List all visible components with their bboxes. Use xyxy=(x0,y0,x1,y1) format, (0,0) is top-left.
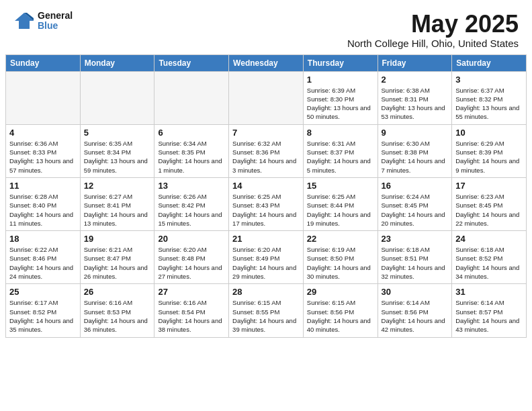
calendar-cell: 25Sunrise: 6:17 AMSunset: 8:52 PMDayligh… xyxy=(6,284,81,337)
calendar-cell: 2Sunrise: 6:38 AMSunset: 8:31 PMDaylight… xyxy=(378,71,452,124)
calendar-week-2: 4Sunrise: 6:36 AMSunset: 8:33 PMDaylight… xyxy=(6,124,527,177)
column-header-thursday: Thursday xyxy=(303,54,378,71)
day-info: Sunrise: 6:30 AMSunset: 8:38 PMDaylight:… xyxy=(382,139,449,175)
calendar-week-5: 25Sunrise: 6:17 AMSunset: 8:52 PMDayligh… xyxy=(6,284,527,337)
day-info: Sunrise: 6:18 AMSunset: 8:51 PMDaylight:… xyxy=(382,245,449,281)
day-number: 28 xyxy=(232,287,300,297)
calendar-cell: 5Sunrise: 6:35 AMSunset: 8:34 PMDaylight… xyxy=(80,124,154,177)
day-number: 27 xyxy=(158,287,225,297)
calendar-cell xyxy=(6,71,81,124)
day-info: Sunrise: 6:22 AMSunset: 8:46 PMDaylight:… xyxy=(9,245,77,281)
calendar-cell: 26Sunrise: 6:16 AMSunset: 8:53 PMDayligh… xyxy=(80,284,154,337)
day-info: Sunrise: 6:27 AMSunset: 8:41 PMDaylight:… xyxy=(84,192,151,228)
day-info: Sunrise: 6:31 AMSunset: 8:37 PMDaylight:… xyxy=(307,139,374,175)
calendar-cell: 23Sunrise: 6:18 AMSunset: 8:51 PMDayligh… xyxy=(378,231,452,284)
day-info: Sunrise: 6:35 AMSunset: 8:34 PMDaylight:… xyxy=(84,139,151,175)
column-header-wednesday: Wednesday xyxy=(229,54,304,71)
day-number: 20 xyxy=(158,234,225,244)
column-header-friday: Friday xyxy=(378,54,452,71)
page-header: General Blue May 2025 North College Hill… xyxy=(0,0,532,54)
calendar-cell: 1Sunrise: 6:39 AMSunset: 8:30 PMDaylight… xyxy=(303,71,378,124)
logo-icon xyxy=(13,11,35,30)
day-info: Sunrise: 6:16 AMSunset: 8:53 PMDaylight:… xyxy=(84,298,151,334)
calendar-cell xyxy=(229,71,304,124)
calendar-cell: 6Sunrise: 6:34 AMSunset: 8:35 PMDaylight… xyxy=(154,124,229,177)
day-info: Sunrise: 6:19 AMSunset: 8:50 PMDaylight:… xyxy=(307,245,374,281)
calendar-cell: 8Sunrise: 6:31 AMSunset: 8:37 PMDaylight… xyxy=(303,124,378,177)
calendar-cell xyxy=(154,71,229,124)
day-number: 26 xyxy=(84,287,151,297)
day-info: Sunrise: 6:24 AMSunset: 8:45 PMDaylight:… xyxy=(382,192,449,228)
calendar-cell: 18Sunrise: 6:22 AMSunset: 8:46 PMDayligh… xyxy=(6,231,81,284)
day-info: Sunrise: 6:34 AMSunset: 8:35 PMDaylight:… xyxy=(158,139,225,175)
column-header-saturday: Saturday xyxy=(452,54,527,71)
calendar-cell: 20Sunrise: 6:20 AMSunset: 8:48 PMDayligh… xyxy=(154,231,229,284)
calendar-cell: 15Sunrise: 6:25 AMSunset: 8:44 PMDayligh… xyxy=(303,177,378,230)
calendar-cell: 28Sunrise: 6:15 AMSunset: 8:55 PMDayligh… xyxy=(229,284,304,337)
day-number: 14 xyxy=(232,181,300,191)
calendar-cell: 11Sunrise: 6:28 AMSunset: 8:40 PMDayligh… xyxy=(6,177,81,230)
day-number: 6 xyxy=(158,128,225,138)
calendar-week-1: 1Sunrise: 6:39 AMSunset: 8:30 PMDaylight… xyxy=(6,71,527,124)
calendar-week-3: 11Sunrise: 6:28 AMSunset: 8:40 PMDayligh… xyxy=(6,177,527,230)
calendar-cell: 19Sunrise: 6:21 AMSunset: 8:47 PMDayligh… xyxy=(80,231,154,284)
calendar-cell: 29Sunrise: 6:15 AMSunset: 8:56 PMDayligh… xyxy=(303,284,378,337)
day-number: 12 xyxy=(84,181,151,191)
day-number: 22 xyxy=(307,234,374,244)
day-info: Sunrise: 6:28 AMSunset: 8:40 PMDaylight:… xyxy=(9,192,77,228)
page-title: May 2025 xyxy=(347,11,519,38)
day-number: 17 xyxy=(455,181,523,191)
day-info: Sunrise: 6:25 AMSunset: 8:43 PMDaylight:… xyxy=(232,192,300,228)
calendar-cell: 21Sunrise: 6:20 AMSunset: 8:49 PMDayligh… xyxy=(229,231,304,284)
day-info: Sunrise: 6:16 AMSunset: 8:54 PMDaylight:… xyxy=(158,298,225,334)
day-number: 15 xyxy=(307,181,374,191)
day-number: 25 xyxy=(9,287,77,297)
day-info: Sunrise: 6:36 AMSunset: 8:33 PMDaylight:… xyxy=(9,139,77,175)
day-info: Sunrise: 6:18 AMSunset: 8:52 PMDaylight:… xyxy=(455,245,523,281)
calendar-cell xyxy=(80,71,154,124)
day-info: Sunrise: 6:39 AMSunset: 8:30 PMDaylight:… xyxy=(307,86,374,122)
day-number: 13 xyxy=(158,181,225,191)
day-info: Sunrise: 6:25 AMSunset: 8:44 PMDaylight:… xyxy=(307,192,374,228)
calendar-table: SundayMondayTuesdayWednesdayThursdayFrid… xyxy=(5,54,527,338)
day-number: 18 xyxy=(9,234,77,244)
calendar-cell: 17Sunrise: 6:23 AMSunset: 8:45 PMDayligh… xyxy=(452,177,527,230)
day-number: 31 xyxy=(455,287,523,297)
calendar-cell: 30Sunrise: 6:14 AMSunset: 8:56 PMDayligh… xyxy=(378,284,452,337)
day-number: 2 xyxy=(382,75,449,85)
logo-line2: Blue xyxy=(38,21,73,31)
day-number: 4 xyxy=(9,128,77,138)
title-block: May 2025 North College Hill, Ohio, Unite… xyxy=(347,11,519,49)
day-info: Sunrise: 6:32 AMSunset: 8:36 PMDaylight:… xyxy=(232,139,300,175)
calendar-cell: 22Sunrise: 6:19 AMSunset: 8:50 PMDayligh… xyxy=(303,231,378,284)
day-info: Sunrise: 6:15 AMSunset: 8:56 PMDaylight:… xyxy=(307,298,374,334)
day-number: 5 xyxy=(84,128,151,138)
calendar-cell: 10Sunrise: 6:29 AMSunset: 8:39 PMDayligh… xyxy=(452,124,527,177)
day-number: 11 xyxy=(9,181,77,191)
day-info: Sunrise: 6:14 AMSunset: 8:56 PMDaylight:… xyxy=(382,298,449,334)
page-subtitle: North College Hill, Ohio, United States xyxy=(347,38,519,49)
column-header-tuesday: Tuesday xyxy=(154,54,229,71)
day-number: 1 xyxy=(307,75,374,85)
day-info: Sunrise: 6:38 AMSunset: 8:31 PMDaylight:… xyxy=(382,86,449,122)
column-header-monday: Monday xyxy=(80,54,154,71)
calendar-cell: 4Sunrise: 6:36 AMSunset: 8:33 PMDaylight… xyxy=(6,124,81,177)
calendar-cell: 14Sunrise: 6:25 AMSunset: 8:43 PMDayligh… xyxy=(229,177,304,230)
day-number: 9 xyxy=(382,128,449,138)
logo: General Blue xyxy=(13,11,73,32)
day-info: Sunrise: 6:23 AMSunset: 8:45 PMDaylight:… xyxy=(455,192,523,228)
day-number: 24 xyxy=(455,234,523,244)
calendar-cell: 27Sunrise: 6:16 AMSunset: 8:54 PMDayligh… xyxy=(154,284,229,337)
calendar-cell: 9Sunrise: 6:30 AMSunset: 8:38 PMDaylight… xyxy=(378,124,452,177)
calendar-cell: 7Sunrise: 6:32 AMSunset: 8:36 PMDaylight… xyxy=(229,124,304,177)
calendar-cell: 16Sunrise: 6:24 AMSunset: 8:45 PMDayligh… xyxy=(378,177,452,230)
day-info: Sunrise: 6:20 AMSunset: 8:48 PMDaylight:… xyxy=(158,245,225,281)
day-info: Sunrise: 6:21 AMSunset: 8:47 PMDaylight:… xyxy=(84,245,151,281)
calendar-cell: 3Sunrise: 6:37 AMSunset: 8:32 PMDaylight… xyxy=(452,71,527,124)
calendar-cell: 13Sunrise: 6:26 AMSunset: 8:42 PMDayligh… xyxy=(154,177,229,230)
day-info: Sunrise: 6:15 AMSunset: 8:55 PMDaylight:… xyxy=(232,298,300,334)
logo-line1: General xyxy=(38,11,73,21)
day-info: Sunrise: 6:20 AMSunset: 8:49 PMDaylight:… xyxy=(232,245,300,281)
day-info: Sunrise: 6:37 AMSunset: 8:32 PMDaylight:… xyxy=(455,86,523,122)
column-header-sunday: Sunday xyxy=(6,54,81,71)
